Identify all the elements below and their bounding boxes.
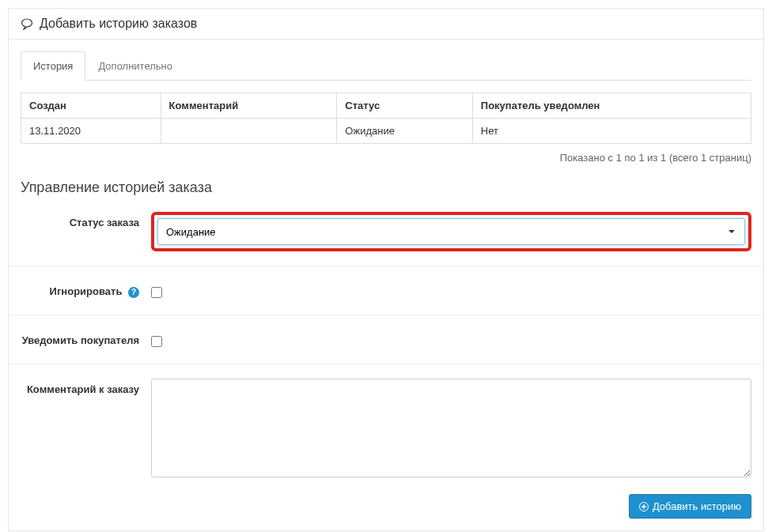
- comment-wrap: [151, 379, 751, 480]
- override-label-text: Игнорировать: [50, 285, 123, 297]
- override-checkbox[interactable]: [151, 287, 162, 298]
- tab-additional-label[interactable]: Дополнительно: [85, 51, 185, 81]
- notify-checkbox[interactable]: [151, 336, 162, 347]
- divider: [9, 315, 763, 315]
- add-history-button[interactable]: Добавить историю: [629, 494, 751, 519]
- svg-point-0: [22, 19, 32, 27]
- override-label: Игнорировать ?: [21, 281, 151, 298]
- panel-body: История Дополнительно Создан Комментарий…: [9, 40, 763, 530]
- order-history-panel: Добавить историю заказов История Дополни…: [8, 8, 764, 531]
- tabs: История Дополнительно: [21, 51, 751, 81]
- divider: [9, 364, 763, 364]
- notify-wrap: [151, 330, 751, 349]
- add-history-label: Добавить историю: [653, 500, 741, 512]
- plus-circle-icon: [639, 502, 649, 511]
- svg-rect-3: [641, 506, 646, 507]
- panel-title: Добавить историю заказов: [40, 17, 197, 31]
- comment-label: Комментарий к заказу: [21, 379, 151, 395]
- notify-label: Уведомить покупателя: [21, 330, 151, 346]
- order-status-select[interactable]: Ожидание: [157, 218, 745, 245]
- history-table: Создан Комментарий Статус Покупатель уве…: [21, 92, 751, 144]
- pagination-info: Показано с 1 по 1 из 1 (всего 1 страниц): [21, 152, 751, 164]
- col-notified: Покупатель уведомлен: [472, 93, 751, 119]
- status-highlight: Ожидание: [151, 212, 751, 251]
- section-title: Управление историей заказа: [21, 179, 751, 196]
- form-group-notify: Уведомить покупателя: [21, 330, 751, 349]
- form-group-override: Игнорировать ?: [21, 281, 751, 300]
- panel-heading: Добавить историю заказов: [9, 9, 763, 40]
- form-group-status: Статус заказа Ожидание: [21, 212, 751, 251]
- help-icon[interactable]: ?: [128, 287, 139, 298]
- cell-notified: Нет: [472, 119, 751, 144]
- col-status: Статус: [337, 93, 472, 119]
- comment-icon: [21, 17, 33, 30]
- comment-textarea[interactable]: [151, 379, 751, 477]
- col-comment: Комментарий: [161, 93, 337, 119]
- table-header-row: Создан Комментарий Статус Покупатель уве…: [21, 93, 751, 119]
- override-wrap: [151, 281, 751, 300]
- form-group-comment: Комментарий к заказу: [21, 379, 751, 480]
- cell-comment: [161, 119, 337, 144]
- tab-history-label[interactable]: История: [21, 51, 85, 81]
- cell-status: Ожидание: [337, 119, 472, 144]
- col-created: Создан: [21, 93, 161, 119]
- status-label: Статус заказа: [21, 212, 151, 228]
- tab-additional[interactable]: Дополнительно: [85, 51, 185, 81]
- divider: [9, 266, 763, 266]
- button-row: Добавить историю: [21, 494, 751, 519]
- tab-history[interactable]: История: [21, 51, 85, 81]
- table-row: 13.11.2020 Ожидание Нет: [21, 119, 751, 144]
- cell-created: 13.11.2020: [21, 119, 161, 144]
